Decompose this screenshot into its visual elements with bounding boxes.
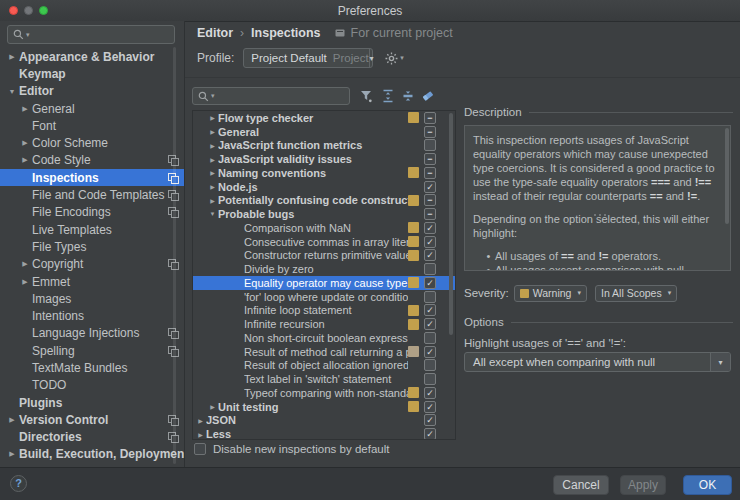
- inspection-row-for-loop-where-update-or-condition-doe[interactable]: 'for' loop where update or condition doe: [193, 290, 455, 304]
- sidebar-scrollbar[interactable]: [173, 47, 176, 464]
- inspection-checkbox[interactable]: ✓: [424, 236, 436, 248]
- inspection-checkbox[interactable]: ✓: [424, 277, 436, 289]
- inspection-row-consecutive-commas-in-array-literal[interactable]: Consecutive commas in array literal✓: [193, 235, 455, 249]
- sidebar-item-file-encodings[interactable]: File Encodings: [0, 204, 184, 221]
- description-textarea[interactable]: This inspection reports usages of JavaSc…: [464, 125, 731, 271]
- chevron-right-icon[interactable]: ▶: [207, 403, 218, 410]
- chevron-right-icon[interactable]: ▶: [18, 139, 32, 147]
- sidebar-item-plugins[interactable]: Plugins: [0, 394, 184, 411]
- sidebar-item-language-injections[interactable]: Language Injections: [0, 325, 184, 342]
- highlight-usages-dropdown[interactable]: All except when comparing with null ▾: [464, 352, 731, 372]
- severity-combobox[interactable]: Warning ▾: [514, 285, 587, 302]
- scope-combobox[interactable]: In All Scopes ▾: [595, 285, 677, 302]
- inspection-checkbox[interactable]: [424, 263, 436, 275]
- profile-actions-button[interactable]: ▾: [385, 52, 404, 65]
- inspection-checkbox[interactable]: ✓: [424, 249, 436, 261]
- sidebar-item-code-style[interactable]: ▶Code Style: [0, 152, 184, 169]
- chevron-down-icon[interactable]: ▼: [5, 88, 19, 95]
- inspection-row-flow-type-checker[interactable]: ▶Flow type checker−: [193, 111, 455, 125]
- chevron-right-icon[interactable]: ▶: [207, 169, 218, 176]
- sidebar-item-directories[interactable]: Directories: [0, 429, 184, 446]
- chevron-right-icon[interactable]: ▶: [195, 417, 206, 424]
- minimize-button[interactable]: [24, 6, 33, 15]
- inspection-checkbox[interactable]: −: [424, 126, 436, 138]
- chevron-right-icon[interactable]: ▶: [195, 431, 206, 438]
- inspection-row-naming-conventions[interactable]: ▶Naming conventions−: [193, 166, 455, 180]
- inspection-row-text-label-in-switch-statement[interactable]: Text label in 'switch' statement: [193, 372, 455, 386]
- profile-combobox[interactable]: Project Default Project ▾: [243, 48, 373, 68]
- chevron-right-icon[interactable]: ▶: [5, 416, 19, 424]
- inspection-checkbox[interactable]: ✓: [424, 387, 436, 399]
- disable-new-inspections-checkbox[interactable]: [194, 443, 206, 455]
- inspection-checkbox[interactable]: ✓: [424, 318, 436, 330]
- inspection-row-json[interactable]: ▶JSON✓: [193, 414, 455, 428]
- inspection-checkbox[interactable]: [424, 332, 436, 344]
- inspection-checkbox[interactable]: ✓: [424, 401, 436, 413]
- chevron-right-icon[interactable]: ▶: [207, 183, 218, 190]
- inspection-checkbox[interactable]: −: [424, 153, 436, 165]
- chevron-right-icon[interactable]: ▶: [5, 450, 19, 458]
- help-button[interactable]: ?: [10, 475, 27, 492]
- inspection-checkbox[interactable]: [424, 139, 436, 151]
- sidebar-item-intentions[interactable]: Intentions: [0, 307, 184, 324]
- sidebar-item-todo[interactable]: TODO: [0, 377, 184, 394]
- filter-button[interactable]: [357, 87, 374, 104]
- inspections-search-input[interactable]: ▾: [192, 87, 350, 105]
- inspection-row-comparison-with-nan[interactable]: Comparison with NaN✓: [193, 221, 455, 235]
- inspection-row-potentially-confusing-code-constructs[interactable]: ▶Potentially confusing code constructs−: [193, 194, 455, 208]
- inspection-checkbox[interactable]: [424, 291, 436, 303]
- inspection-row-node-js[interactable]: ▶Node.js✓: [193, 180, 455, 194]
- inspection-row-result-of-object-allocation-ignored[interactable]: Result of object allocation ignored: [193, 359, 455, 373]
- inspection-checkbox[interactable]: −: [424, 194, 436, 206]
- sidebar-item-keymap[interactable]: Keymap: [0, 65, 184, 82]
- sidebar-item-file-and-code-templates[interactable]: File and Code Templates: [0, 186, 184, 203]
- inspection-row-constructor-returns-primitive-value[interactable]: Constructor returns primitive value✓: [193, 249, 455, 263]
- sidebar-item-color-scheme[interactable]: ▶Color Scheme: [0, 134, 184, 151]
- chevron-right-icon[interactable]: ▶: [207, 156, 218, 163]
- inspection-row-javascript-function-metrics[interactable]: ▶JavaScript function metrics: [193, 139, 455, 153]
- settings-search-input[interactable]: ▾: [7, 25, 175, 44]
- inspection-row-infinite-loop-statement[interactable]: Infinite loop statement✓: [193, 304, 455, 318]
- inspection-row-result-of-method-call-returning-a-promis[interactable]: Result of method call returning a promis…: [193, 345, 455, 359]
- sidebar-item-emmet[interactable]: ▶Emmet: [0, 273, 184, 290]
- sidebar-item-build-execution-deployment[interactable]: ▶Build, Execution, Deployment: [0, 446, 184, 463]
- inspection-checkbox[interactable]: ✓: [424, 304, 436, 316]
- inspection-row-general[interactable]: ▶General−: [193, 125, 455, 139]
- inspection-checkbox[interactable]: ✓: [424, 181, 436, 193]
- sidebar-item-version-control[interactable]: ▶Version Control: [0, 411, 184, 428]
- inspection-checkbox[interactable]: −: [424, 112, 436, 124]
- dropdown-arrow-icon[interactable]: ▾: [710, 353, 730, 371]
- chevron-right-icon[interactable]: ▶: [18, 105, 32, 113]
- sidebar-item-font[interactable]: Font: [0, 117, 184, 134]
- inspection-checkbox[interactable]: ✓: [424, 428, 436, 440]
- sidebar-item-textmate-bundles[interactable]: TextMate Bundles: [0, 359, 184, 376]
- inspection-checkbox[interactable]: [424, 373, 436, 385]
- sidebar-item-editor[interactable]: ▼Editor: [0, 83, 184, 100]
- inspection-checkbox[interactable]: −: [424, 208, 436, 220]
- inspection-checkbox[interactable]: ✓: [424, 222, 436, 234]
- inspection-row-equality-operator-may-cause-type-coerci[interactable]: Equality operator may cause type coerci✓: [193, 276, 455, 290]
- inspection-row-less[interactable]: ▶Less✓: [193, 427, 455, 440]
- cancel-button[interactable]: Cancel: [553, 475, 609, 495]
- description-resize-grip[interactable]: [599, 214, 601, 216]
- chevron-down-icon[interactable]: ▼: [207, 211, 218, 217]
- expand-all-button[interactable]: [379, 87, 396, 104]
- inspection-checkbox[interactable]: −: [424, 167, 436, 179]
- chevron-right-icon[interactable]: ▶: [207, 114, 218, 121]
- inspection-row-infinite-recursion[interactable]: Infinite recursion✓: [193, 317, 455, 331]
- chevron-right-icon[interactable]: ▶: [207, 142, 218, 149]
- inspection-row-divide-by-zero[interactable]: Divide by zero: [193, 262, 455, 276]
- sidebar-item-general[interactable]: ▶General: [0, 100, 184, 117]
- chevron-right-icon[interactable]: ▶: [18, 260, 32, 268]
- collapse-all-button[interactable]: [399, 87, 416, 104]
- chevron-right-icon[interactable]: ▶: [5, 53, 19, 61]
- inspection-checkbox[interactable]: ✓: [424, 414, 436, 426]
- inspection-checkbox[interactable]: ✓: [424, 346, 436, 358]
- chevron-right-icon[interactable]: ▶: [18, 278, 32, 286]
- chevron-right-icon[interactable]: ▶: [207, 197, 218, 204]
- sidebar-item-spelling[interactable]: Spelling: [0, 342, 184, 359]
- ok-button[interactable]: OK: [683, 475, 732, 495]
- inspection-row-unit-testing[interactable]: ▶Unit testing✓: [193, 400, 455, 414]
- search-history-arrow-icon[interactable]: ▾: [211, 92, 215, 100]
- profile-dropdown-arrow-icon[interactable]: ▾: [369, 49, 374, 67]
